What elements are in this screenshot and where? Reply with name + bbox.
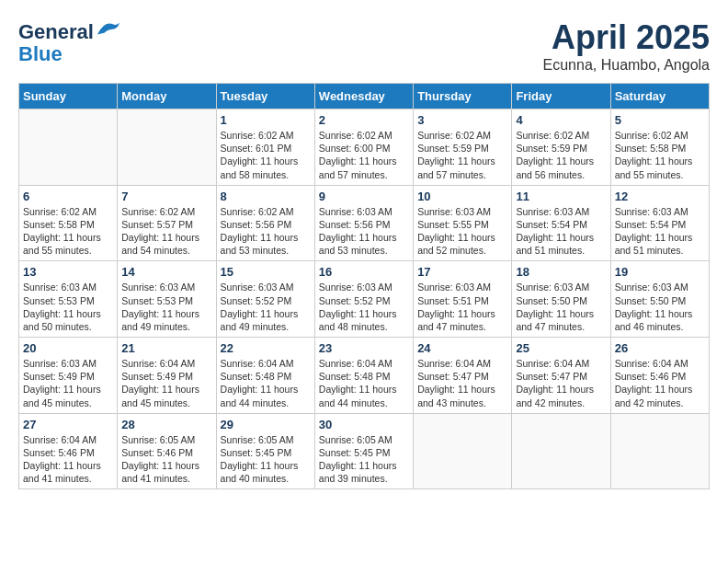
day-number: 9 (319, 190, 409, 203)
table-row: 9Sunrise: 6:03 AM Sunset: 5:56 PM Daylig… (314, 185, 413, 261)
day-number: 6 (23, 190, 113, 203)
col-friday: Friday (512, 84, 610, 109)
day-number: 4 (516, 113, 606, 127)
day-info: Sunrise: 6:03 AM Sunset: 5:50 PM Dayligh… (516, 281, 606, 333)
day-number: 16 (319, 265, 409, 279)
col-monday: Monday (118, 84, 216, 109)
day-number: 22 (221, 341, 311, 355)
day-info: Sunrise: 6:03 AM Sunset: 5:55 PM Dayligh… (417, 205, 507, 258)
page-header: General Blue April 2025 Ecunna, Huambo, … (18, 18, 710, 74)
table-row: 4Sunrise: 6:02 AM Sunset: 5:59 PM Daylig… (512, 109, 610, 186)
day-info: Sunrise: 6:03 AM Sunset: 5:51 PM Dayligh… (417, 281, 507, 333)
table-row: 18Sunrise: 6:03 AM Sunset: 5:50 PM Dayli… (512, 261, 610, 338)
table-row: 20Sunrise: 6:03 AM Sunset: 5:49 PM Dayli… (19, 338, 118, 414)
table-row: 23Sunrise: 6:04 AM Sunset: 5:48 PM Dayli… (314, 338, 413, 414)
table-row: 6Sunrise: 6:02 AM Sunset: 5:58 PM Daylig… (19, 185, 118, 261)
day-info: Sunrise: 6:03 AM Sunset: 5:50 PM Dayligh… (615, 281, 705, 333)
table-row: 28Sunrise: 6:05 AM Sunset: 5:46 PM Dayli… (118, 413, 216, 489)
col-wednesday: Wednesday (314, 84, 413, 109)
day-number: 29 (221, 418, 311, 431)
day-number: 12 (615, 190, 705, 203)
day-number: 26 (615, 341, 705, 355)
day-info: Sunrise: 6:04 AM Sunset: 5:46 PM Dayligh… (615, 357, 705, 409)
day-info: Sunrise: 6:04 AM Sunset: 5:47 PM Dayligh… (417, 357, 507, 409)
day-info: Sunrise: 6:04 AM Sunset: 5:48 PM Dayligh… (319, 357, 409, 409)
title-section: April 2025 Ecunna, Huambo, Angola (543, 18, 710, 74)
table-row: 2Sunrise: 6:02 AM Sunset: 6:00 PM Daylig… (314, 109, 413, 186)
day-number: 27 (23, 418, 113, 431)
day-info: Sunrise: 6:02 AM Sunset: 5:59 PM Dayligh… (417, 129, 507, 181)
day-info: Sunrise: 6:02 AM Sunset: 5:57 PM Dayligh… (121, 205, 211, 258)
day-number: 15 (221, 265, 311, 279)
table-row (118, 109, 216, 186)
day-info: Sunrise: 6:02 AM Sunset: 6:01 PM Dayligh… (221, 129, 311, 181)
table-row: 1Sunrise: 6:02 AM Sunset: 6:01 PM Daylig… (216, 109, 314, 186)
day-number: 7 (121, 190, 211, 203)
table-row: 30Sunrise: 6:05 AM Sunset: 5:45 PM Dayli… (314, 413, 413, 489)
day-info: Sunrise: 6:02 AM Sunset: 6:00 PM Dayligh… (319, 129, 409, 181)
table-row: 24Sunrise: 6:04 AM Sunset: 5:47 PM Dayli… (414, 338, 512, 414)
day-number: 20 (23, 341, 113, 355)
month-title: April 2025 (543, 18, 710, 57)
day-info: Sunrise: 6:05 AM Sunset: 5:46 PM Dayligh… (121, 433, 211, 486)
day-info: Sunrise: 6:02 AM Sunset: 5:58 PM Dayligh… (615, 129, 705, 181)
day-info: Sunrise: 6:04 AM Sunset: 5:49 PM Dayligh… (121, 357, 211, 409)
calendar-row: 27Sunrise: 6:04 AM Sunset: 5:46 PM Dayli… (19, 413, 710, 489)
calendar-table: Sunday Monday Tuesday Wednesday Thursday… (18, 83, 710, 489)
table-row: 19Sunrise: 6:03 AM Sunset: 5:50 PM Dayli… (610, 261, 709, 338)
col-sunday: Sunday (19, 84, 118, 109)
day-info: Sunrise: 6:02 AM Sunset: 5:58 PM Dayligh… (23, 205, 113, 258)
day-number: 23 (319, 341, 409, 355)
table-row (610, 413, 709, 489)
table-row (512, 413, 610, 489)
day-number: 1 (221, 113, 311, 127)
table-row (19, 109, 118, 186)
day-number: 30 (319, 418, 409, 431)
table-row: 17Sunrise: 6:03 AM Sunset: 5:51 PM Dayli… (414, 261, 512, 338)
table-row: 7Sunrise: 6:02 AM Sunset: 5:57 PM Daylig… (118, 185, 216, 261)
table-row: 27Sunrise: 6:04 AM Sunset: 5:46 PM Dayli… (19, 413, 118, 489)
table-row: 15Sunrise: 6:03 AM Sunset: 5:52 PM Dayli… (216, 261, 314, 338)
day-info: Sunrise: 6:05 AM Sunset: 5:45 PM Dayligh… (319, 433, 409, 486)
col-tuesday: Tuesday (216, 84, 314, 109)
day-info: Sunrise: 6:04 AM Sunset: 5:46 PM Dayligh… (23, 433, 113, 486)
day-number: 25 (516, 341, 606, 355)
day-info: Sunrise: 6:02 AM Sunset: 5:56 PM Dayligh… (221, 205, 311, 258)
table-row: 22Sunrise: 6:04 AM Sunset: 5:48 PM Dayli… (216, 338, 314, 414)
day-info: Sunrise: 6:04 AM Sunset: 5:47 PM Dayligh… (516, 357, 606, 409)
col-thursday: Thursday (414, 84, 512, 109)
day-info: Sunrise: 6:03 AM Sunset: 5:49 PM Dayligh… (23, 357, 113, 409)
day-number: 8 (221, 190, 311, 203)
day-info: Sunrise: 6:03 AM Sunset: 5:52 PM Dayligh… (319, 281, 409, 333)
day-info: Sunrise: 6:03 AM Sunset: 5:54 PM Dayligh… (516, 205, 606, 258)
logo-blue-text: Blue (18, 42, 63, 65)
day-info: Sunrise: 6:05 AM Sunset: 5:45 PM Dayligh… (221, 433, 311, 486)
day-number: 14 (121, 265, 211, 279)
table-row: 25Sunrise: 6:04 AM Sunset: 5:47 PM Dayli… (512, 338, 610, 414)
day-number: 2 (319, 113, 409, 127)
day-number: 3 (417, 113, 507, 127)
table-row: 3Sunrise: 6:02 AM Sunset: 5:59 PM Daylig… (414, 109, 512, 186)
table-row: 5Sunrise: 6:02 AM Sunset: 5:58 PM Daylig… (610, 109, 709, 186)
day-info: Sunrise: 6:03 AM Sunset: 5:53 PM Dayligh… (121, 281, 211, 333)
day-number: 13 (23, 265, 113, 279)
table-row: 29Sunrise: 6:05 AM Sunset: 5:45 PM Dayli… (216, 413, 314, 489)
calendar-row: 13Sunrise: 6:03 AM Sunset: 5:53 PM Dayli… (19, 261, 710, 338)
table-row: 10Sunrise: 6:03 AM Sunset: 5:55 PM Dayli… (414, 185, 512, 261)
calendar-row: 1Sunrise: 6:02 AM Sunset: 6:01 PM Daylig… (19, 109, 710, 186)
day-number: 17 (417, 265, 507, 279)
table-row: 8Sunrise: 6:02 AM Sunset: 5:56 PM Daylig… (216, 185, 314, 261)
col-saturday: Saturday (610, 84, 709, 109)
day-number: 19 (615, 265, 705, 279)
calendar-row: 20Sunrise: 6:03 AM Sunset: 5:49 PM Dayli… (19, 338, 710, 414)
day-info: Sunrise: 6:03 AM Sunset: 5:52 PM Dayligh… (221, 281, 311, 333)
day-number: 18 (516, 265, 606, 279)
logo-bird-icon (96, 18, 121, 39)
logo: General Blue (18, 18, 121, 65)
day-number: 5 (615, 113, 705, 127)
table-row: 26Sunrise: 6:04 AM Sunset: 5:46 PM Dayli… (610, 338, 709, 414)
location: Ecunna, Huambo, Angola (543, 57, 710, 74)
logo-text: General Blue (18, 18, 121, 65)
day-number: 21 (121, 341, 211, 355)
day-info: Sunrise: 6:03 AM Sunset: 5:53 PM Dayligh… (23, 281, 113, 333)
